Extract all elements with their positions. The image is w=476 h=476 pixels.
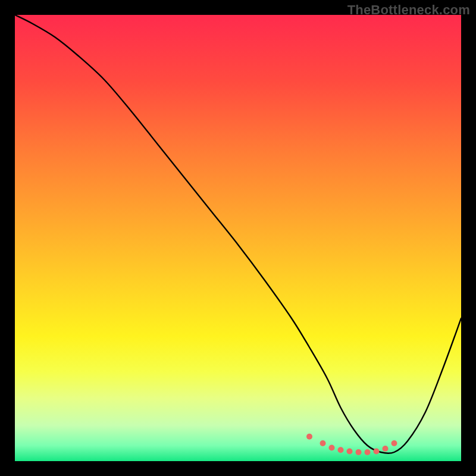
valley-dot — [392, 440, 397, 446]
valley-dot — [306, 434, 312, 440]
valley-dot — [320, 440, 326, 446]
valley-dot — [329, 445, 335, 451]
chart-background — [15, 15, 461, 461]
chart-stage: TheBottleneck.com — [0, 0, 476, 476]
valley-dot — [383, 446, 389, 452]
valley-dot — [338, 447, 344, 453]
plot-area — [15, 15, 461, 461]
valley-dot — [347, 449, 353, 455]
valley-dot — [374, 449, 380, 455]
bottleneck-chart — [15, 15, 461, 461]
valley-dot — [356, 449, 362, 455]
valley-dot — [365, 449, 371, 455]
